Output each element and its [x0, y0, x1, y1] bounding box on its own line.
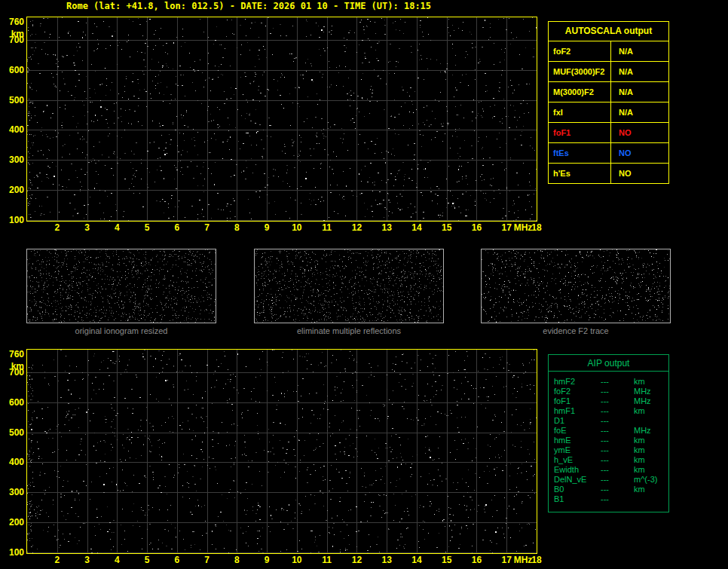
x-axis-unit-label: MHz: [514, 555, 533, 565]
autoscala-param-label: h'Es: [549, 164, 611, 183]
x-tick-label: 13: [381, 222, 391, 233]
aip-param-unit: m^(-3): [634, 475, 668, 485]
autoscala-param-value: NO: [611, 164, 668, 183]
aip-param-unit: km: [634, 465, 668, 475]
aip-param-unit: km: [634, 485, 668, 494]
y-tick-label: 200: [9, 185, 24, 195]
autoscala-output-table: AUTOSCALA output foF2N/AMUF(3000)F2N/AM(…: [548, 21, 669, 184]
autoscala-row: MUF(3000)F2N/A: [549, 61, 668, 81]
autoscala-param-value: NO: [611, 123, 668, 142]
aip-row: D1---: [554, 416, 668, 426]
aip-param-label: hmF1: [554, 406, 601, 416]
x-tick-label: 6: [174, 222, 179, 233]
page-title: Rome (lat: +41.8, lon: 012.5) - DATE: 20…: [66, 1, 431, 11]
x-tick-label: 6: [174, 555, 179, 565]
autoscala-table-rows: foF2N/AMUF(3000)F2N/AM(3000)F2N/AfxIN/Af…: [549, 41, 668, 183]
autoscala-row: fxIN/A: [549, 102, 668, 122]
autoscala-row: M(3000)F2N/A: [549, 81, 668, 102]
x-tick-label: 10: [292, 555, 301, 565]
x-tick-label: 8: [234, 555, 240, 565]
y-tick-label: 500: [9, 427, 24, 438]
y-axis-top: 760km700600500400300200100: [0, 17, 24, 221]
autoscala-param-label: M(3000)F2: [549, 82, 611, 102]
y-tick-label: 700: [9, 367, 24, 378]
aip-param-unit: MHz: [634, 387, 668, 396]
aip-row: foF1---MHz: [554, 396, 668, 406]
aip-param-unit: [634, 494, 668, 504]
x-tick-label: 11: [322, 222, 332, 233]
aip-row: hmE---km: [554, 436, 668, 445]
y-tick-label: 760: [9, 349, 24, 359]
aip-param-label: B1: [554, 494, 601, 504]
x-axis-unit-label: MHz: [514, 222, 533, 233]
autoscala-param-value: NO: [611, 143, 668, 163]
thumbnail-original-canvas: [27, 249, 216, 323]
autoscala-param-value: N/A: [611, 82, 668, 102]
aip-param-label: D1: [554, 416, 601, 426]
autoscala-row: foF1NO: [549, 122, 668, 142]
x-axis-top: 23456789101112131415161718MHz: [27, 222, 537, 234]
x-tick-label: 16: [472, 555, 482, 565]
autoscala-param-label: MUF(3000)F2: [549, 62, 611, 81]
aip-param-unit: km: [634, 445, 668, 455]
aip-param-unit: km: [634, 436, 668, 445]
aip-row: hmF2---km: [554, 377, 668, 387]
autoscala-param-label: foF1: [549, 123, 611, 142]
y-tick-label: 600: [9, 397, 24, 408]
x-tick-label: 18: [531, 222, 541, 233]
aip-param-unit: MHz: [634, 426, 668, 436]
y-axis-bottom: 760km700600500400300200100: [0, 350, 24, 553]
aip-param-value: ---: [601, 377, 634, 387]
x-tick-label: 12: [352, 222, 362, 233]
y-tick-label: 500: [9, 95, 24, 106]
x-tick-label: 16: [472, 222, 482, 233]
x-tick-label: 18: [531, 555, 541, 565]
autoscala-param-value: N/A: [611, 102, 668, 122]
aip-param-unit: km: [634, 455, 668, 465]
aip-param-value: ---: [601, 406, 634, 416]
x-tick-label: 7: [204, 555, 210, 565]
x-tick-label: 12: [352, 555, 362, 565]
aip-param-value: ---: [601, 436, 634, 445]
aip-param-value: ---: [601, 455, 634, 465]
thumbnail-caption-eliminate: eliminate multiple reflections: [254, 326, 444, 337]
aip-param-value: ---: [601, 426, 634, 436]
aip-param-unit: MHz: [634, 396, 668, 406]
thumbnail-caption-original: original ionogram resized: [26, 326, 216, 337]
aip-param-label: foF1: [554, 396, 601, 406]
aip-param-label: ymE: [554, 445, 601, 455]
autoscala-row: h'EsNO: [549, 163, 668, 183]
autoscala-row: ftEsNO: [549, 142, 668, 163]
thumbnail-caption-evidence: evidence F2 trace: [481, 326, 671, 337]
y-tick-label: 760: [9, 17, 24, 27]
x-tick-label: 2: [54, 555, 60, 565]
y-tick-label: 400: [9, 124, 24, 135]
autoscala-table-header: AUTOSCALA output: [549, 22, 668, 41]
x-tick-label: 15: [442, 222, 451, 233]
autoscala-param-label: foF2: [549, 41, 611, 61]
aip-table-header: AIP output: [549, 355, 668, 372]
x-tick-label: 9: [265, 555, 270, 565]
autoscala-result-screen: Rome (lat: +41.8, lon: 012.5) - DATE: 20…: [0, 0, 728, 569]
y-tick-label: 400: [9, 457, 24, 467]
x-tick-label: 17: [502, 222, 512, 233]
aip-row: h_vE---km: [554, 455, 668, 465]
aip-param-label: hmE: [554, 436, 601, 445]
ionogram-aip-plot: 760km700600500400300200100 2345678910111…: [26, 349, 537, 554]
aip-output-table: AIP output hmF2---kmfoF2---MHzfoF1---MHz…: [548, 354, 669, 512]
x-tick-label: 10: [292, 222, 301, 233]
aip-param-label: foE: [554, 426, 601, 436]
aip-param-label: foF2: [554, 387, 601, 396]
aip-param-label: DelN_vE: [554, 475, 601, 485]
x-tick-label: 5: [145, 555, 150, 565]
x-tick-label: 4: [115, 555, 120, 565]
ionogram-autoscala-canvas: [27, 17, 537, 221]
ionogram-autoscala-plot: 760km700600500400300200100 2345678910111…: [26, 17, 537, 222]
x-tick-label: 11: [322, 555, 332, 565]
y-tick-label: 100: [9, 547, 24, 558]
aip-param-unit: km: [634, 377, 668, 387]
y-tick-label: 100: [9, 215, 24, 225]
aip-row: foF2---MHz: [554, 387, 668, 396]
thumbnail-evidence-f2: [481, 249, 671, 323]
autoscala-param-label: ftEs: [549, 143, 611, 163]
